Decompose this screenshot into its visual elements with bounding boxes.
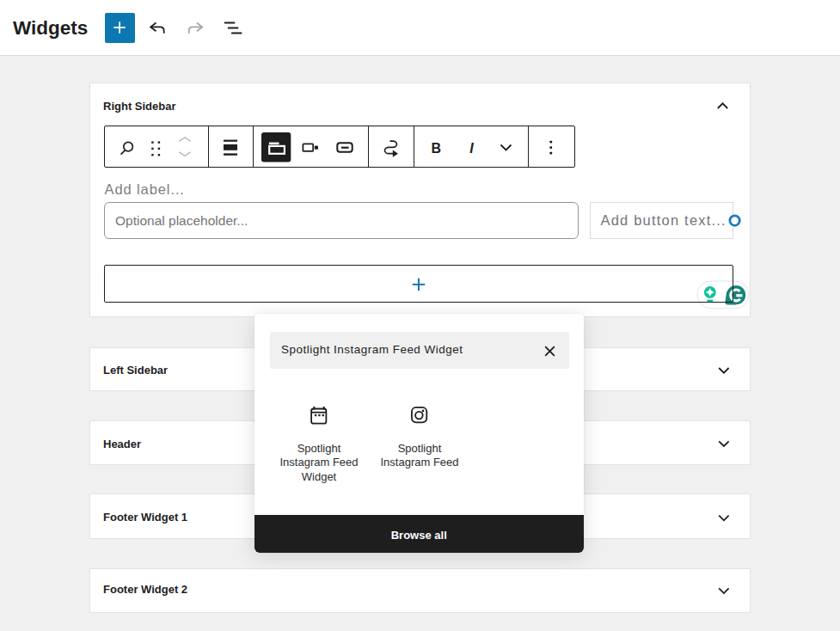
svg-text:B: B (432, 141, 442, 156)
svg-text:I: I (469, 141, 474, 156)
